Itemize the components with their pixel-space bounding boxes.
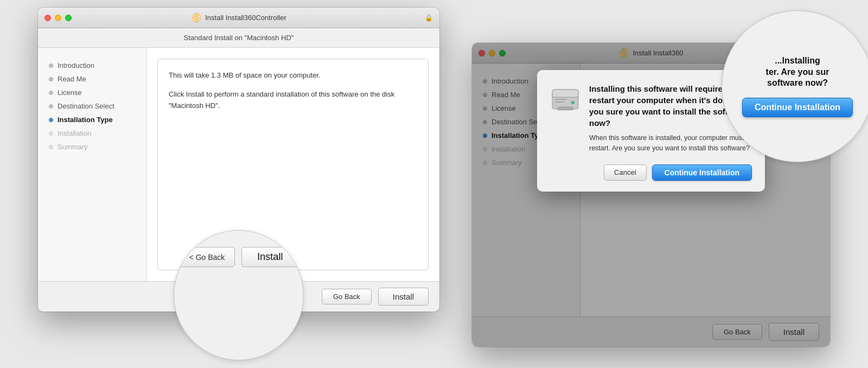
svg-point-3 bbox=[571, 101, 575, 104]
minimize-button[interactable] bbox=[55, 15, 61, 21]
lock-icon: 🔒 bbox=[425, 14, 433, 22]
left-subtitle: Standard Install on "Macintosh HD" bbox=[38, 28, 439, 48]
right-window-wrapper: 📀 Install Install360 🔒 Introduction Read… bbox=[472, 43, 830, 347]
continue-installation-button[interactable]: Continue Installation bbox=[652, 164, 752, 181]
svg-rect-2 bbox=[558, 107, 573, 110]
title-disk-icon: 📀 bbox=[191, 12, 202, 23]
modal-footer: Cancel Continue Installation bbox=[550, 164, 752, 181]
sidebar-item-summary: Summary bbox=[38, 140, 146, 154]
sidebar-dot-dimmed bbox=[49, 145, 53, 149]
sidebar-dot bbox=[49, 77, 53, 81]
install-button[interactable]: Install bbox=[378, 288, 429, 306]
zoom-circle-continue: ...Installing ter. Are you sur software … bbox=[722, 10, 868, 162]
sidebar-dot bbox=[49, 91, 53, 95]
zoom-circle-install: < Go Back Install bbox=[174, 230, 304, 360]
left-content-box: This will take 1.3 MB of space on your c… bbox=[157, 59, 429, 270]
sidebar-dot bbox=[49, 104, 53, 109]
go-back-button[interactable]: Go Back bbox=[322, 289, 372, 304]
maximize-button[interactable] bbox=[65, 15, 72, 21]
traffic-lights bbox=[44, 15, 72, 21]
left-title-bar: 📀 Install Install360Controller 🔒 bbox=[38, 8, 439, 28]
zoom-content-right: ...Installing ter. Are you sur software … bbox=[722, 11, 868, 162]
sidebar-item-introduction[interactable]: Introduction bbox=[38, 59, 146, 72]
sidebar-item-installation-type[interactable]: Installation Type bbox=[38, 113, 146, 126]
sidebar-dot-dimmed bbox=[49, 131, 53, 136]
left-sidebar: Introduction Read Me License Destination… bbox=[38, 48, 146, 281]
close-button[interactable] bbox=[44, 15, 51, 21]
sidebar-dot bbox=[49, 64, 53, 68]
sidebar-dot-active bbox=[49, 118, 53, 122]
left-window-title: 📀 Install Install360Controller bbox=[191, 12, 286, 23]
svg-rect-1 bbox=[552, 90, 578, 97]
sidebar-item-destination[interactable]: Destination Select bbox=[38, 99, 146, 113]
zoom-dialog-text: ...Installing ter. Are you sur software … bbox=[766, 55, 829, 89]
zoom-continue-button[interactable]: Continue Installation bbox=[742, 98, 853, 117]
cancel-button[interactable]: Cancel bbox=[604, 164, 646, 181]
left-main-content: This will take 1.3 MB of space on your c… bbox=[146, 48, 439, 281]
sidebar-item-readme[interactable]: Read Me bbox=[38, 72, 146, 86]
sidebar-item-installation: Installation bbox=[38, 126, 146, 140]
zoom-buttons: < Go Back Install bbox=[179, 247, 299, 267]
hard-drive-icon bbox=[550, 83, 580, 113]
sidebar-item-license[interactable]: License bbox=[38, 86, 146, 99]
